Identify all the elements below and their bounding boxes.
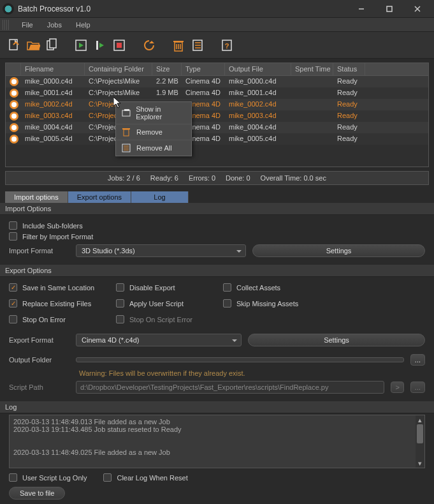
export-header: Export Options (0, 265, 434, 277)
svg-rect-7 (50, 39, 56, 48)
svg-rect-13 (117, 43, 122, 48)
import-header: Import Options (0, 203, 434, 215)
table-row[interactable]: mike_0004.c4dC:\Projects\Mike1.9 MBCinem… (6, 122, 428, 133)
chk-apply-script[interactable] (116, 299, 124, 308)
chk-same-location[interactable] (9, 283, 17, 292)
table-row[interactable]: mike_0001.c4dC:\Projects\Mike1.9 MBCinem… (6, 87, 428, 99)
col-spent[interactable]: Spent Time (291, 63, 333, 75)
lbl-filter-format: Filter by Import Format (22, 233, 93, 241)
cell-type: Cinema 4D (182, 87, 225, 99)
help-button[interactable]: ? (219, 38, 235, 53)
select-import-format[interactable]: 3D Studio (*.3ds) (76, 244, 246, 257)
cell-spent (291, 99, 333, 110)
btn-export-settings[interactable]: Settings (248, 334, 425, 346)
col-output[interactable]: Output File (225, 63, 291, 75)
chk-disable-export[interactable] (116, 283, 124, 292)
lbl-stop-error: Stop On Error (22, 316, 66, 323)
btn-run-script[interactable]: > (391, 382, 403, 393)
col-type[interactable]: Type (182, 63, 225, 75)
scroll-down-icon[interactable]: ▾ (416, 459, 424, 468)
table-row[interactable]: mike_0005.c4dC:\Projects\Mike1.9 MBCinem… (6, 133, 428, 145)
col-status[interactable]: Status (333, 63, 365, 75)
select-export-format[interactable]: Cinema 4D (*.c4d) (76, 334, 242, 346)
menu-jobs[interactable]: Jobs (45, 20, 64, 30)
stop-button[interactable] (112, 38, 127, 53)
maximize-button[interactable] (375, 0, 403, 18)
chk-sub-folders[interactable] (9, 221, 17, 230)
col-icon[interactable] (6, 63, 21, 75)
play-step-button[interactable] (93, 38, 108, 53)
lbl-output-folder: Output Folder (9, 356, 69, 364)
warn-overwrite: Warning: Files will be overwritten if th… (79, 369, 425, 377)
btn-import-settings[interactable]: Settings (252, 244, 425, 257)
chk-replace-existing[interactable] (9, 299, 17, 308)
close-button[interactable] (403, 0, 431, 18)
input-output-folder[interactable] (76, 357, 404, 362)
ctx-show-label: Show in Explorer (136, 105, 186, 121)
svg-rect-26 (122, 110, 130, 116)
add-folder-button[interactable] (25, 38, 41, 53)
status-bar: Jobs: 2 / 6 Ready: 6 Errors: 0 Done: 0 O… (5, 171, 429, 185)
status-time: Overall Time: 0.0 sec (261, 174, 326, 182)
cell-output: mike_0003.c4d (225, 110, 291, 122)
table-row[interactable]: mike_0000.c4dC:\Projects\Mike2.2 MBCinem… (6, 76, 428, 87)
table-row[interactable]: mike_0002.c4dC:\Projects\Mike1.9 MBCinem… (6, 99, 428, 110)
file-icon (6, 122, 21, 133)
cell-status: Ready (333, 133, 365, 145)
jobs-table: Filename Containing Folder Size Type Out… (5, 63, 429, 167)
minimize-button[interactable] (347, 0, 375, 18)
table-row[interactable]: mike_0003.c4dC:\Projects\Mike1.9 MBCinem… (6, 110, 428, 122)
scroll-up-icon[interactable]: ▴ (416, 415, 424, 424)
cell-status: Ready (333, 110, 365, 122)
scroll-thumb[interactable] (417, 424, 423, 443)
btn-browse-script[interactable]: ... (410, 382, 425, 393)
ctx-remove-all[interactable]: Remove All (116, 140, 191, 156)
delete-button[interactable] (171, 38, 186, 53)
file-icon (6, 76, 21, 87)
col-filename[interactable]: Filename (21, 63, 85, 75)
tab-log[interactable]: Log (131, 191, 189, 203)
log-scrollbar[interactable]: ▴ ▾ (416, 415, 424, 468)
cell-status: Ready (333, 122, 365, 133)
cell-spent (291, 110, 333, 122)
menubar: File Jobs Help (0, 18, 434, 32)
svg-rect-10 (96, 41, 98, 50)
btn-browse-output[interactable]: ... (410, 354, 425, 366)
col-size[interactable]: Size (152, 63, 182, 75)
cell-filename: mike_0004.c4d (21, 122, 85, 133)
svg-marker-14 (149, 41, 154, 43)
list-button[interactable] (190, 38, 205, 53)
chk-filter-format[interactable] (9, 232, 17, 241)
chk-collect-assets[interactable] (223, 283, 231, 292)
play-button[interactable] (74, 38, 89, 53)
lbl-replace-existing: Replace Existing Files (22, 300, 91, 308)
ctx-remove[interactable]: Remove (116, 124, 191, 140)
tab-export[interactable]: Export options (68, 191, 131, 203)
cell-spent (291, 76, 333, 87)
cell-spent (291, 122, 333, 133)
svg-rect-1 (387, 6, 392, 11)
chk-stop-error[interactable] (9, 315, 17, 323)
cell-output: mike_0005.c4d (225, 133, 291, 145)
cell-folder: C:\Projects\Mike (85, 76, 152, 87)
menu-file[interactable]: File (19, 20, 36, 30)
add-file-button[interactable] (6, 38, 22, 53)
file-icon (6, 99, 21, 110)
ctx-show-in-explorer[interactable]: Show in Explorer (116, 102, 191, 124)
menu-help[interactable]: Help (73, 20, 93, 30)
col-folder[interactable]: Containing Folder (85, 63, 152, 75)
refresh-button[interactable] (141, 38, 157, 53)
svg-marker-9 (79, 43, 83, 48)
btn-save-log[interactable]: Save to file (9, 487, 65, 500)
copy-button[interactable] (45, 38, 60, 53)
chk-clear-log[interactable] (103, 473, 112, 482)
log-line (13, 433, 421, 441)
tab-import[interactable]: Import options (5, 191, 68, 203)
chk-stop-script-error[interactable] (116, 315, 124, 323)
chk-skip-missing[interactable] (223, 299, 231, 308)
lbl-script-path: Script Path (9, 383, 69, 391)
lbl-skip-missing: Skip Missing Assets (236, 300, 298, 308)
log-box[interactable]: 2020-03-13 11:48:49.013 File added as a … (9, 415, 425, 468)
chk-user-script-log[interactable] (9, 473, 17, 482)
trash-icon (121, 128, 131, 137)
